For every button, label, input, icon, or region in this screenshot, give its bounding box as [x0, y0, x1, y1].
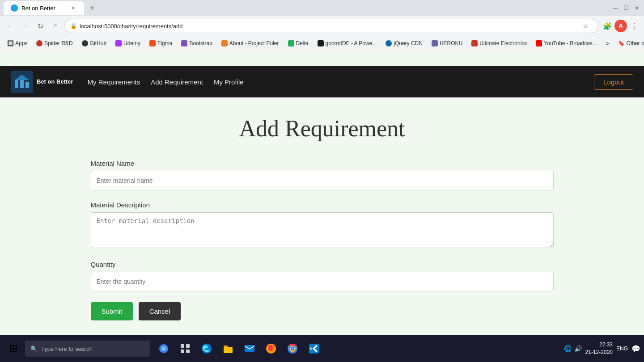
material-desc-label: Material Description: [91, 201, 554, 209]
browser-actions: 🧩 A ⋮: [601, 20, 640, 32]
taskbar-file-explorer[interactable]: [218, 339, 238, 358]
submit-button[interactable]: Submit: [91, 302, 133, 320]
bookmark-other-label: Other bookmarks: [627, 40, 644, 46]
forward-button[interactable]: →: [19, 20, 31, 32]
bookmark-udemy[interactable]: Udemy: [112, 39, 144, 48]
tab-title: Bet on Better: [21, 5, 65, 12]
reload-button[interactable]: ↻: [34, 20, 47, 32]
star-icon[interactable]: ☆: [580, 21, 591, 31]
github-icon: [82, 40, 88, 46]
svg-rect-2: [25, 82, 29, 88]
address-right-icons: ☆: [580, 21, 593, 31]
navbar-brand[interactable]: Bet on Better: [11, 71, 73, 93]
chrome-profile-icon: A: [614, 20, 627, 32]
bookmark-github-label: GitHub: [90, 40, 106, 46]
svg-rect-7: [181, 344, 184, 348]
apps-icon: 🔲: [7, 40, 13, 46]
quantity-input[interactable]: [91, 272, 554, 291]
close-button[interactable]: ✕: [633, 4, 640, 12]
electronics-icon: [471, 40, 478, 46]
bookmark-delta[interactable]: Delta: [284, 39, 312, 48]
svg-point-6: [162, 347, 165, 350]
extensions-button[interactable]: 🧩: [601, 20, 614, 32]
taskbar-date-display: 21-12-2020: [585, 349, 613, 356]
start-button[interactable]: ⊞: [4, 339, 23, 358]
bookmark-jquery[interactable]: jQuery CDN: [382, 39, 426, 48]
euler-icon: [221, 40, 228, 46]
address-url: localhost:5000/charity/requirements/add: [80, 23, 577, 29]
goorm-icon: [318, 40, 324, 46]
bookmark-euler-label: About - Project Euler: [229, 40, 279, 46]
address-lock-icon: 🔒: [70, 23, 77, 29]
nav-my-requirements[interactable]: My Requirements: [88, 78, 140, 86]
taskbar-search[interactable]: 🔍 Type here to search: [25, 341, 150, 357]
language-indicator: ENG: [616, 345, 628, 352]
svg-rect-9: [181, 349, 184, 353]
bookmarks-bar: 🔲 Apps Spider R&D GitHub Udemy Figma Boo…: [0, 36, 644, 50]
volume-icon[interactable]: 🔊: [574, 345, 582, 352]
home-button[interactable]: ⌂: [49, 20, 62, 32]
material-desc-input[interactable]: [91, 212, 554, 248]
page-title: Add Requirement: [0, 115, 644, 142]
browser-tab[interactable]: 🌐 Bet on Better ×: [4, 1, 84, 15]
bookmark-more[interactable]: »: [602, 39, 613, 48]
profile-button[interactable]: A: [614, 20, 627, 32]
svg-rect-0: [15, 80, 18, 88]
cancel-button[interactable]: Cancel: [139, 302, 181, 320]
taskbar-cortana[interactable]: [154, 339, 174, 358]
network-icon[interactable]: 🌐: [564, 345, 572, 352]
bookmark-apps-label: Apps: [15, 40, 27, 46]
heroku-icon: [432, 40, 438, 46]
bookmark-euler[interactable]: About - Project Euler: [218, 39, 283, 48]
youtube-icon: [536, 40, 542, 46]
taskbar-task-view[interactable]: [175, 339, 195, 358]
minimize-button[interactable]: —: [612, 4, 619, 12]
bookmark-goorm-label: goormIDE - A Powe...: [326, 40, 377, 46]
maximize-button[interactable]: ❐: [623, 4, 630, 12]
back-button[interactable]: ←: [4, 20, 16, 32]
taskbar-mail[interactable]: [240, 339, 259, 358]
new-tab-button[interactable]: +: [86, 2, 98, 14]
bookmark-udemy-label: Udemy: [123, 40, 140, 46]
address-bar-row: ← → ↻ ⌂ 🔒 localhost:5000/charity/require…: [0, 16, 644, 36]
bookmark-heroku[interactable]: HEROKU: [428, 39, 466, 48]
bookmark-spider[interactable]: Spider R&D: [33, 39, 76, 48]
address-bar[interactable]: 🔒 localhost:5000/charity/requirements/ad…: [64, 19, 598, 33]
svg-rect-8: [186, 344, 190, 348]
nav-my-profile[interactable]: My Profile: [214, 78, 244, 86]
taskbar: ⊞ 🔍 Type here to search: [0, 335, 644, 362]
bootstrap-icon: [181, 40, 187, 46]
delta-icon: [288, 40, 294, 46]
notification-icon[interactable]: 💬: [631, 345, 640, 353]
add-requirement-form: Material Name Material Description Quant…: [91, 160, 554, 320]
bookmark-bootstrap[interactable]: Bootstrap: [178, 39, 216, 48]
logout-button[interactable]: Logout: [594, 74, 633, 90]
bookmark-figma[interactable]: Figma: [146, 39, 176, 48]
bookmark-other[interactable]: 🔖 Other bookmarks: [614, 39, 644, 48]
svg-point-18: [291, 347, 294, 350]
nav-add-requirement[interactable]: Add Requirement: [151, 78, 203, 86]
bookmark-bootstrap-label: Bootstrap: [189, 40, 212, 46]
material-name-input[interactable]: [91, 171, 554, 190]
tab-close-btn[interactable]: ×: [69, 4, 77, 12]
taskbar-clock[interactable]: 22:33 21-12-2020: [585, 341, 613, 356]
menu-button[interactable]: ⋮: [628, 20, 640, 32]
svg-marker-3: [15, 75, 29, 80]
bookmark-youtube[interactable]: YouTube - Broadcas...: [532, 39, 601, 48]
bookmark-apps[interactable]: 🔲 Apps: [4, 39, 31, 48]
form-actions: Submit Cancel: [91, 302, 554, 320]
more-bookmarks-icon: »: [606, 40, 609, 46]
bookmark-github[interactable]: GitHub: [78, 39, 110, 48]
taskbar-firefox[interactable]: [261, 339, 281, 358]
taskbar-system-icons: 🌐 🔊: [564, 345, 582, 352]
brand-logo: [11, 71, 33, 93]
taskbar-vscode[interactable]: [304, 339, 324, 358]
svg-rect-12: [224, 347, 233, 353]
bookmark-electronics-label: Ultimate Electronics: [479, 40, 527, 46]
taskbar-edge[interactable]: [197, 339, 216, 358]
bookmark-electronics[interactable]: Ultimate Electronics: [468, 39, 530, 48]
svg-rect-10: [186, 349, 190, 353]
bookmark-goorm[interactable]: goormIDE - A Powe...: [314, 39, 381, 48]
spider-icon: [36, 40, 42, 46]
taskbar-chrome[interactable]: [283, 339, 302, 358]
